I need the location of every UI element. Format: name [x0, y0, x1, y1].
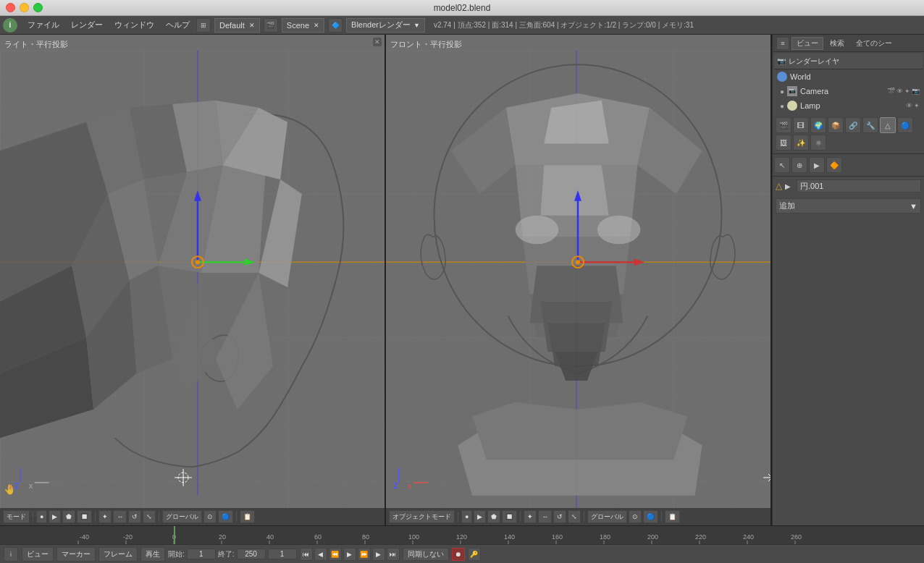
prop-particles[interactable]: ✨: [793, 135, 809, 151]
bottom-info-icon[interactable]: i: [4, 547, 18, 562]
workspace-selector[interactable]: Default ✕: [214, 18, 260, 33]
left-tool-move[interactable]: ↔: [113, 510, 127, 523]
close-button[interactable]: [6, 3, 15, 12]
frame-range: 開始: 終了:: [168, 549, 297, 559]
scene-selector[interactable]: Scene ✕: [282, 18, 324, 33]
prop-arrow[interactable]: ▶: [809, 157, 825, 173]
left-proportional-type[interactable]: 🔵: [218, 510, 233, 523]
left-tool-select[interactable]: ✦: [98, 510, 112, 523]
right-pivot[interactable]: ⬟: [487, 510, 500, 523]
left-tool-scale[interactable]: ⤡: [143, 510, 156, 523]
end-frame-input[interactable]: [237, 549, 266, 559]
prop-origin[interactable]: ⊕: [791, 157, 807, 173]
camera-select-icon[interactable]: ✦: [904, 88, 910, 95]
prop-render[interactable]: 🎬: [776, 117, 791, 133]
right-mode-selector[interactable]: オブジェクトモード: [389, 510, 455, 523]
viewport-left[interactable]: ライト・平行投影 ✕: [0, 35, 386, 525]
prop-constraints[interactable]: 🔗: [845, 117, 861, 133]
bottom-play[interactable]: 再生: [140, 547, 165, 562]
lamp-tree-item[interactable]: ● Lamp 👁 ✦: [774, 98, 923, 113]
right-shading[interactable]: ▶: [474, 510, 486, 523]
left-proportional[interactable]: ⊙: [203, 510, 217, 523]
right-tool-rotate[interactable]: ↺: [553, 510, 566, 523]
minimize-button[interactable]: [20, 3, 29, 12]
prop-physics[interactable]: ⚛: [810, 135, 826, 151]
viewport-left-close[interactable]: ✕: [373, 38, 382, 46]
world-tree-item[interactable]: World: [774, 69, 923, 84]
timeline-ruler[interactable]: -40 -20 0 20 40 60 80 100 120 140: [3, 526, 921, 544]
menu-render[interactable]: レンダー: [65, 18, 109, 32]
prop-textures[interactable]: 🖼: [776, 135, 791, 151]
prop-cursor[interactable]: ↖: [774, 157, 790, 173]
scene-close-icon[interactable]: ✕: [314, 22, 319, 29]
camera-data-icon[interactable]: 📷: [912, 88, 920, 95]
outliner-icon[interactable]: ≡: [776, 37, 789, 50]
prev-frame-button[interactable]: ◀: [314, 548, 327, 561]
workspace-close-icon[interactable]: ✕: [249, 22, 255, 29]
lamp-select-icon[interactable]: ✦: [914, 102, 920, 109]
current-frame-input[interactable]: [268, 549, 297, 559]
bottom-frame[interactable]: フレーム: [98, 547, 138, 562]
play-button[interactable]: ▶: [343, 548, 356, 561]
camera-tree-item[interactable]: ● 📷 Camera 🎬 👁 ✦ 📷: [774, 84, 923, 98]
camera-render-icon[interactable]: 🎬: [887, 88, 895, 95]
left-mode-selector[interactable]: モード: [3, 510, 30, 523]
menu-help[interactable]: ヘルプ: [160, 18, 196, 32]
left-onion[interactable]: 📋: [240, 510, 255, 523]
prop-object[interactable]: 📦: [828, 117, 844, 133]
left-pivot[interactable]: ⬟: [62, 510, 75, 523]
right-proportional[interactable]: ⊙: [629, 510, 642, 523]
next-keyframe-button[interactable]: ⏩: [358, 548, 371, 561]
jump-start-button[interactable]: ⏮: [300, 548, 313, 561]
record-button[interactable]: ⏺: [452, 548, 465, 561]
prop-data[interactable]: △: [880, 117, 896, 133]
left-snap[interactable]: 🔲: [77, 510, 92, 523]
jump-end-button[interactable]: ⏭: [387, 548, 400, 561]
right-tool-select[interactable]: ✦: [524, 510, 537, 523]
svg-text:🤚: 🤚: [4, 483, 17, 496]
bottom-marker[interactable]: マーカー: [56, 547, 96, 562]
sidebar-tab-view[interactable]: ビュー: [791, 37, 823, 50]
right-snap[interactable]: 🔲: [502, 510, 517, 523]
right-proportional-type[interactable]: 🔵: [643, 510, 658, 523]
prop-world[interactable]: 🌍: [810, 117, 826, 133]
window-controls[interactable]: [6, 3, 43, 12]
scene-icon[interactable]: 🎬: [264, 18, 278, 33]
lamp-eye-icon[interactable]: 👁: [906, 102, 912, 109]
render-engine-icon[interactable]: 🔷: [328, 18, 343, 33]
render-engine-selector[interactable]: Blenderレンダー ▼: [346, 18, 425, 33]
left-view-type[interactable]: ●: [36, 510, 47, 523]
render-engine-arrow[interactable]: ▼: [413, 22, 420, 29]
menu-window[interactable]: ウィンドウ: [109, 18, 160, 32]
keyframe-button[interactable]: 🔑: [468, 548, 481, 561]
object-name-input[interactable]: [797, 179, 921, 192]
right-tool-scale[interactable]: ⤡: [568, 510, 581, 523]
sidebar-tab-all[interactable]: 全てのシー: [851, 37, 897, 50]
right-onion[interactable]: 📋: [665, 510, 680, 523]
info-button[interactable]: i: [3, 18, 17, 33]
next-frame-button[interactable]: ▶: [372, 548, 385, 561]
menu-file[interactable]: ファイル: [22, 18, 65, 32]
prev-keyframe-button[interactable]: ⏪: [329, 548, 342, 561]
prop-materials[interactable]: 🔵: [897, 117, 913, 133]
left-shading[interactable]: ▶: [49, 510, 61, 523]
titlebar: model02.blend: [0, 0, 924, 16]
prop-modifiers[interactable]: 🔧: [862, 117, 878, 133]
left-transform-space[interactable]: グローバル: [162, 510, 202, 523]
bottom-view[interactable]: ビュー: [22, 547, 54, 562]
maximize-button[interactable]: [33, 3, 43, 12]
sync-button[interactable]: 同期しない: [403, 548, 449, 561]
add-dropdown[interactable]: 追加 ▼: [776, 198, 921, 213]
left-tool-rotate[interactable]: ↺: [128, 510, 141, 523]
sidebar-tab-search[interactable]: 検索: [825, 37, 849, 50]
workspace-icon[interactable]: ⊞: [196, 18, 211, 33]
camera-eye-icon[interactable]: 👁: [896, 88, 903, 95]
start-frame-input[interactable]: [187, 549, 216, 559]
right-tool-move[interactable]: ↔: [538, 510, 552, 523]
viewport-right[interactable]: フロント・平行投影: [386, 35, 770, 525]
prop-scene[interactable]: 🎞: [793, 117, 809, 133]
prop-shape[interactable]: 🔶: [826, 157, 842, 173]
right-view-type[interactable]: ●: [461, 510, 472, 523]
right-transform-space[interactable]: グローバル: [587, 510, 627, 523]
timeline: -40 -20 0 20 40 60 80 100 120 140: [0, 525, 924, 544]
